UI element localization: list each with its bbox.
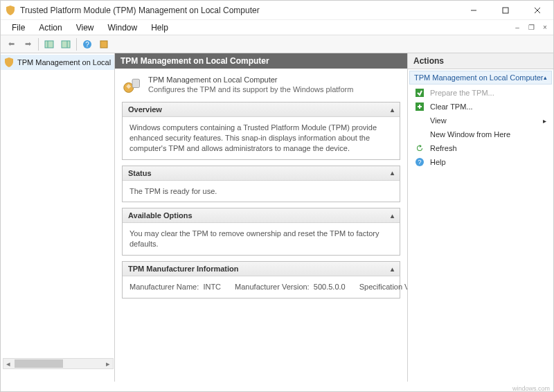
mfr-head[interactable]: TPM Manufacturer Information ▴ [123,262,400,276]
mdi-minimize-button[interactable]: – [510,22,524,33]
action-list: Prepare the TPM... Clear TPM... View ▸ N… [408,84,553,170]
content-pane: TPM Management on Local Computer TPM Man… [115,53,408,382]
action-new-window[interactable]: New Window from Here [409,127,552,141]
svg-rect-10 [100,41,107,48]
forward-button[interactable]: ➡ [20,37,35,52]
content-body: TPM Management on Local Computer Configu… [115,69,407,311]
toolbar-panel1-button[interactable] [42,37,57,52]
svg-rect-6 [62,41,70,48]
mfr-name: Manufacturer Name: INTC [129,282,221,292]
action-label: Refresh [430,144,457,152]
window-controls [458,1,553,20]
action-label: Prepare the TPM... [430,89,494,97]
overview-section: Overview ▴ Windows computers containing … [122,102,400,160]
panel-icon [44,39,54,49]
toolbar-panel2-button[interactable] [58,37,73,52]
mfr-version: Manufacturer Version: 500.5.0.0 [235,282,346,292]
submenu-arrow-icon: ▸ [543,117,546,125]
refresh-icon [415,143,425,153]
action-label: New Window from Here [430,130,510,139]
arrow-square-icon [415,102,425,112]
menu-window[interactable]: Window [101,21,145,34]
action-label: Help [430,158,446,166]
tree-root-label: TPM Management on Local Co [17,58,111,66]
tpm-app-icon [5,5,16,16]
actions-section-header[interactable]: TPM Management on Local Computer ▴ [409,71,552,84]
tree-root-item[interactable]: TPM Management on Local Co [1,55,114,70]
arrow-right-icon: ➡ [25,39,31,48]
arrow-left-icon: ⬅ [8,39,15,48]
spacer-icon [415,130,425,139]
watermark: windows.com [512,385,550,392]
actions-header: Actions [408,53,553,69]
square-icon [99,39,109,49]
mdi-controls: – ❐ × [510,22,553,33]
workspace: TPM Management on Local Co ◂ ▸ TPM Manag… [1,53,553,382]
toolbar-separator [76,38,77,51]
svg-rect-1 [503,8,508,13]
overview-head[interactable]: Overview ▴ [123,103,400,117]
help-icon: ? [82,39,92,49]
intro-row: TPM Management on Local Computer Configu… [122,75,400,95]
menu-bar: File Action View Window Help – ❐ × [1,20,553,35]
panel-icon [61,39,71,49]
menu-view[interactable]: View [69,21,101,34]
intro-text: TPM Management on Local Computer Configu… [148,75,353,93]
scroll-thumb[interactable] [15,359,63,368]
tpm-large-icon [122,75,143,95]
status-head[interactable]: Status ▴ [123,166,400,181]
scroll-right-icon: ▸ [103,359,113,368]
action-view[interactable]: View ▸ [409,114,552,127]
collapse-icon: ▴ [544,74,547,81]
toolbar-help-button[interactable]: ? [80,37,95,52]
tree-scrollbar[interactable]: ◂ ▸ [3,358,114,369]
status-section: Status ▴ The TPM is ready for use. [122,166,400,203]
tree-pane: TPM Management on Local Co ◂ ▸ [1,53,115,382]
maximize-button[interactable] [490,1,521,20]
back-button[interactable]: ⬅ [3,37,19,52]
scroll-left-icon: ◂ [3,359,13,368]
mdi-close-button[interactable]: × [538,22,552,33]
action-label: View [430,116,447,125]
toolbar-action-button[interactable] [96,37,111,52]
help-icon: ? [415,157,425,167]
menu-file[interactable]: File [5,21,32,34]
toolbar-separator [38,38,39,51]
action-clear-tpm[interactable]: Clear TPM... [409,100,552,114]
intro-title: TPM Management on Local Computer [148,75,353,84]
svg-rect-12 [132,79,140,87]
mdi-restore-button[interactable]: ❐ [524,22,538,33]
toolbar: ⬅ ➡ ? [1,35,553,53]
action-help[interactable]: ? Help [409,155,552,169]
intro-desc: Configures the TPM and its support by th… [148,85,353,93]
collapse-icon: ▴ [391,265,394,273]
status-body: The TPM is ready for use. [123,181,400,202]
svg-text:?: ? [418,159,421,166]
actions-section-label: TPM Management on Local Computer [414,73,543,82]
available-head[interactable]: Available Options ▴ [123,208,400,223]
arrow-square-icon [415,88,425,98]
available-section: Available Options ▴ You may clear the TP… [122,208,400,256]
collapse-icon: ▴ [391,106,394,114]
menu-help[interactable]: Help [144,21,175,34]
collapse-icon: ▴ [391,169,394,177]
mfr-title: TPM Manufacturer Information [128,265,239,273]
close-button[interactable] [521,1,553,20]
action-refresh[interactable]: Refresh [409,141,552,155]
mfr-spec: Specification Version: 2.0 [359,282,407,292]
menu-action[interactable]: Action [32,21,69,34]
overview-body: Windows computers containing a Trusted P… [123,117,400,159]
actions-pane: Actions TPM Management on Local Computer… [408,53,553,382]
available-title: Available Options [128,211,193,220]
tpm-tree-icon [3,57,15,68]
action-prepare-tpm: Prepare the TPM... [409,86,552,100]
title-bar: Trusted Platform Module (TPM) Management… [1,1,553,20]
svg-text:?: ? [85,41,89,48]
collapse-icon: ▴ [391,212,394,220]
mfr-section: TPM Manufacturer Information ▴ Manufactu… [122,261,400,299]
content-header: TPM Management on Local Computer [115,53,407,69]
spacer-icon [415,116,425,125]
mfr-body: Manufacturer Name: INTC Manufacturer Ver… [123,276,400,298]
window-title: Trusted Platform Module (TPM) Management… [20,6,458,15]
minimize-button[interactable] [458,1,490,20]
